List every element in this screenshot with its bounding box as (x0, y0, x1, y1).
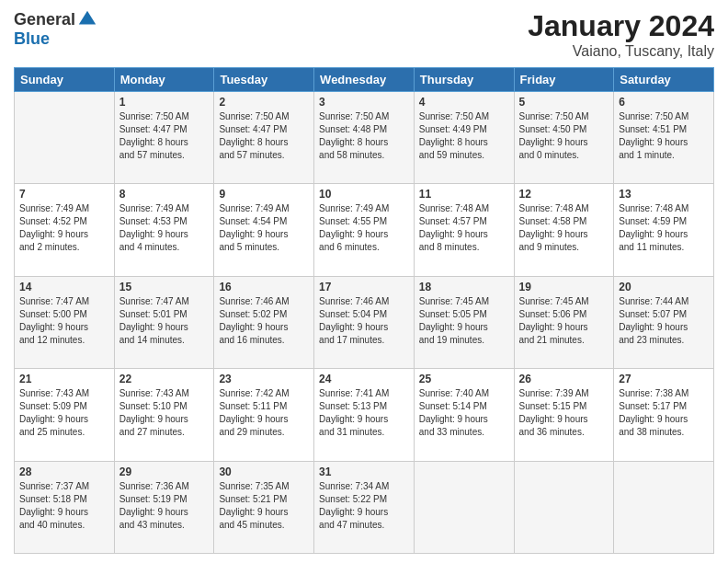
day-number: 12 (519, 188, 609, 201)
day-info-line: Sunset: 4:54 PM (219, 216, 287, 226)
calendar-cell: 27Sunrise: 7:38 AMSunset: 5:17 PMDayligh… (614, 369, 714, 461)
day-info-line: Sunrise: 7:38 AM (619, 388, 688, 398)
calendar-cell: 22Sunrise: 7:43 AMSunset: 5:10 PMDayligh… (114, 369, 214, 461)
day-info-line: Sunset: 4:47 PM (219, 124, 287, 134)
day-info-line: and 6 minutes. (319, 242, 380, 252)
day-info-line: Sunrise: 7:50 AM (419, 111, 489, 121)
calendar-cell: 30Sunrise: 7:35 AMSunset: 5:21 PMDayligh… (214, 461, 314, 553)
week-row-2: 7Sunrise: 7:49 AMSunset: 4:52 PMDaylight… (15, 184, 714, 276)
day-info-line: Sunset: 4:59 PM (619, 216, 687, 226)
day-info-line: Sunset: 5:05 PM (419, 309, 487, 319)
day-number: 13 (619, 188, 709, 201)
day-info: Sunrise: 7:50 AMSunset: 4:49 PMDaylight:… (419, 110, 509, 162)
day-number: 10 (319, 188, 409, 201)
calendar-cell: 23Sunrise: 7:42 AMSunset: 5:11 PMDayligh… (214, 369, 314, 461)
calendar-cell (514, 461, 614, 553)
day-number: 18 (419, 281, 509, 293)
day-info-line: Daylight: 9 hours (219, 507, 288, 517)
day-info-line: and 36 minutes. (519, 427, 585, 437)
day-info-line: Sunrise: 7:34 AM (319, 481, 389, 491)
weekday-header-friday: Friday (514, 68, 614, 92)
week-row-3: 14Sunrise: 7:47 AMSunset: 5:00 PMDayligh… (15, 276, 714, 368)
day-number: 14 (19, 281, 109, 293)
calendar-cell: 18Sunrise: 7:45 AMSunset: 5:05 PMDayligh… (414, 276, 514, 368)
day-number: 3 (319, 96, 409, 109)
day-number: 17 (319, 281, 409, 293)
day-info-line: Sunset: 5:18 PM (19, 494, 87, 504)
day-info-line: Daylight: 9 hours (19, 414, 88, 424)
calendar-cell: 9Sunrise: 7:49 AMSunset: 4:54 PMDaylight… (214, 184, 314, 276)
day-info: Sunrise: 7:38 AMSunset: 5:17 PMDaylight:… (619, 387, 709, 439)
day-info-line: Sunset: 5:10 PM (119, 401, 188, 411)
location-title: Vaiano, Tuscany, Italy (528, 43, 714, 60)
day-number: 7 (19, 188, 109, 201)
day-info-line: Sunset: 4:47 PM (119, 124, 188, 134)
day-number: 1 (119, 96, 210, 109)
day-info-line: Daylight: 9 hours (319, 507, 388, 517)
day-info-line: Sunrise: 7:47 AM (19, 296, 89, 306)
week-row-5: 28Sunrise: 7:37 AMSunset: 5:18 PMDayligh… (15, 461, 714, 553)
day-number: 25 (419, 373, 509, 385)
calendar-cell (414, 461, 514, 553)
day-info-line: Sunrise: 7:43 AM (19, 388, 89, 398)
day-info-line: Sunset: 5:06 PM (519, 309, 587, 319)
day-info-line: Daylight: 9 hours (419, 322, 488, 332)
calendar-cell: 2Sunrise: 7:50 AMSunset: 4:47 PMDaylight… (214, 92, 314, 184)
weekday-header-sunday: Sunday (15, 68, 115, 92)
day-info: Sunrise: 7:49 AMSunset: 4:52 PMDaylight:… (19, 202, 109, 254)
calendar-cell: 11Sunrise: 7:48 AMSunset: 4:57 PMDayligh… (414, 184, 514, 276)
day-info-line: Sunset: 4:53 PM (119, 216, 188, 226)
day-info: Sunrise: 7:44 AMSunset: 5:07 PMDaylight:… (619, 295, 709, 347)
calendar-cell: 5Sunrise: 7:50 AMSunset: 4:50 PMDaylight… (514, 92, 614, 184)
calendar-cell: 1Sunrise: 7:50 AMSunset: 4:47 PMDaylight… (114, 92, 214, 184)
day-info-line: Sunrise: 7:43 AM (119, 388, 189, 398)
day-info-line: Sunset: 5:17 PM (619, 401, 687, 411)
week-row-1: 1Sunrise: 7:50 AMSunset: 4:47 PMDaylight… (15, 92, 714, 184)
day-info-line: Daylight: 9 hours (519, 229, 588, 239)
day-info-line: Sunset: 4:57 PM (419, 216, 487, 226)
day-info: Sunrise: 7:49 AMSunset: 4:54 PMDaylight:… (219, 202, 309, 254)
day-info-line: Sunrise: 7:48 AM (519, 203, 589, 213)
day-info: Sunrise: 7:50 AMSunset: 4:47 PMDaylight:… (119, 110, 210, 162)
day-info: Sunrise: 7:43 AMSunset: 5:10 PMDaylight:… (119, 387, 210, 439)
day-info-line: Sunrise: 7:42 AM (219, 388, 289, 398)
day-number: 30 (219, 465, 309, 478)
logo-blue-text: Blue (14, 29, 50, 49)
day-info-line: Sunset: 4:55 PM (319, 216, 387, 226)
day-info-line: Sunrise: 7:48 AM (419, 203, 489, 213)
calendar-cell: 8Sunrise: 7:49 AMSunset: 4:53 PMDaylight… (114, 184, 214, 276)
day-info-line: and 57 minutes. (219, 150, 284, 160)
day-info-line: Sunrise: 7:41 AM (319, 388, 389, 398)
day-info-line: and 40 minutes. (19, 520, 85, 530)
day-info-line: Daylight: 8 hours (219, 137, 288, 147)
day-info-line: Daylight: 9 hours (319, 229, 388, 239)
day-info-line: Sunset: 5:01 PM (119, 309, 188, 319)
day-info: Sunrise: 7:36 AMSunset: 5:19 PMDaylight:… (119, 480, 210, 532)
calendar-cell (15, 92, 115, 184)
calendar-cell: 3Sunrise: 7:50 AMSunset: 4:48 PMDaylight… (314, 92, 415, 184)
day-info-line: Sunset: 5:19 PM (119, 494, 188, 504)
day-info-line: and 47 minutes. (319, 520, 384, 530)
day-info-line: Daylight: 9 hours (119, 322, 188, 332)
day-info-line: and 2 minutes. (19, 242, 80, 252)
day-info: Sunrise: 7:47 AMSunset: 5:00 PMDaylight:… (19, 295, 109, 347)
day-info-line: Sunrise: 7:49 AM (219, 203, 289, 213)
day-info-line: and 1 minute. (619, 150, 675, 160)
day-info-line: Sunset: 4:51 PM (619, 124, 687, 134)
day-info: Sunrise: 7:49 AMSunset: 4:55 PMDaylight:… (319, 202, 409, 254)
day-info-line: Sunset: 4:48 PM (319, 124, 387, 134)
day-info-line: Sunset: 5:02 PM (219, 309, 287, 319)
day-info-line: Sunrise: 7:50 AM (119, 111, 189, 121)
day-info-line: Sunset: 4:49 PM (419, 124, 487, 134)
day-info-line: Sunset: 5:09 PM (19, 401, 87, 411)
day-number: 31 (319, 465, 409, 478)
day-info-line: Daylight: 8 hours (319, 137, 388, 147)
day-info-line: Sunrise: 7:49 AM (319, 203, 389, 213)
day-info-line: Daylight: 9 hours (19, 229, 88, 239)
day-info-line: Sunset: 5:22 PM (319, 494, 387, 504)
weekday-header-monday: Monday (114, 68, 214, 92)
day-number: 19 (519, 281, 609, 293)
day-number: 9 (219, 188, 309, 201)
day-info-line: Sunrise: 7:49 AM (119, 203, 189, 213)
day-info-line: Daylight: 9 hours (119, 414, 188, 424)
